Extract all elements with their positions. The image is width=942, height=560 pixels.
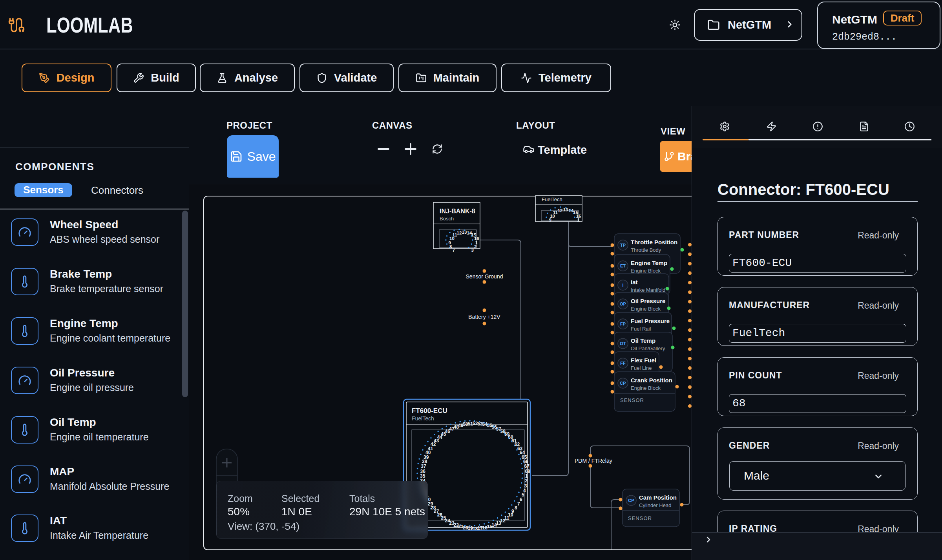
svg-text:Iat: Iat bbox=[631, 279, 638, 285]
svg-text:6: 6 bbox=[520, 497, 522, 502]
svg-text:7: 7 bbox=[517, 501, 520, 507]
svg-text:18: 18 bbox=[473, 526, 478, 531]
svg-text:8: 8 bbox=[449, 244, 452, 249]
svg-text:12: 12 bbox=[558, 208, 563, 213]
svg-text:SENSOR: SENSOR bbox=[628, 515, 652, 521]
svg-text:Cam Position: Cam Position bbox=[639, 494, 677, 501]
svg-text:8: 8 bbox=[515, 505, 517, 511]
svg-text:Throttle Position: Throttle Position bbox=[631, 239, 677, 245]
svg-text:16: 16 bbox=[576, 214, 581, 218]
svg-text:12: 12 bbox=[457, 231, 462, 235]
svg-text:15: 15 bbox=[487, 524, 493, 529]
svg-text:35: 35 bbox=[420, 473, 425, 479]
svg-text:Throttle Body: Throttle Body bbox=[631, 247, 661, 253]
svg-text:OP: OP bbox=[620, 302, 626, 306]
svg-text:Engine Block: Engine Block bbox=[631, 385, 661, 391]
svg-text:21: 21 bbox=[458, 524, 464, 529]
svg-text:36: 36 bbox=[420, 469, 426, 474]
svg-text:Oil Pan/Gallery: Oil Pan/Gallery bbox=[631, 345, 665, 351]
svg-text:TP: TP bbox=[620, 243, 626, 247]
svg-text:3: 3 bbox=[471, 248, 474, 253]
svg-text:2: 2 bbox=[474, 244, 476, 249]
svg-text:OT: OT bbox=[620, 341, 626, 346]
svg-text:Flex Fuel: Flex Fuel bbox=[631, 357, 656, 364]
svg-text:FP: FP bbox=[620, 322, 626, 326]
svg-text:Oil Temp: Oil Temp bbox=[631, 337, 655, 344]
svg-text:Fuel Rail: Fuel Rail bbox=[631, 326, 651, 332]
svg-text:16: 16 bbox=[474, 236, 479, 241]
svg-text:Cylinder Head: Cylinder Head bbox=[639, 502, 671, 508]
svg-text:17: 17 bbox=[477, 525, 483, 531]
svg-text:FuelTech: FuelTech bbox=[412, 415, 434, 422]
svg-text:ET: ET bbox=[620, 264, 626, 268]
svg-text:FF: FF bbox=[620, 361, 626, 365]
svg-text:19: 19 bbox=[468, 525, 473, 531]
svg-text:Oil Pressure: Oil Pressure bbox=[631, 298, 665, 304]
svg-text:Fuel Line: Fuel Line bbox=[631, 365, 652, 371]
svg-text:FuelTech: FuelTech bbox=[542, 196, 562, 202]
svg-text:CP: CP bbox=[620, 381, 626, 385]
svg-text:FT600-ECU: FT600-ECU bbox=[412, 407, 447, 415]
svg-text:CP: CP bbox=[628, 498, 634, 503]
svg-text:Engine Block: Engine Block bbox=[631, 268, 661, 274]
svg-text:PDM / FTRelay: PDM / FTRelay bbox=[575, 458, 612, 464]
svg-text:Engine Block: Engine Block bbox=[631, 306, 661, 312]
svg-text:37: 37 bbox=[421, 464, 426, 469]
svg-text:Battery +12V: Battery +12V bbox=[468, 314, 500, 320]
svg-text:16: 16 bbox=[482, 525, 488, 531]
svg-text:9: 9 bbox=[449, 240, 451, 245]
svg-text:INJ-BANK-8: INJ-BANK-8 bbox=[440, 208, 475, 215]
svg-text:Bosch: Bosch bbox=[440, 216, 454, 222]
svg-text:SENSOR: SENSOR bbox=[620, 397, 644, 403]
svg-text:Sensor Ground: Sensor Ground bbox=[466, 273, 503, 280]
svg-text:Engine Temp: Engine Temp bbox=[631, 260, 667, 266]
svg-text:14: 14 bbox=[491, 522, 497, 528]
svg-text:Crank Position: Crank Position bbox=[631, 377, 672, 384]
svg-text:Intake Manifold: Intake Manifold bbox=[631, 287, 665, 293]
svg-text:20: 20 bbox=[463, 525, 468, 531]
svg-text:68: 68 bbox=[525, 469, 530, 474]
svg-text:I: I bbox=[622, 283, 623, 287]
svg-text:7: 7 bbox=[453, 248, 455, 253]
svg-text:Fuel Pressure: Fuel Pressure bbox=[631, 318, 670, 324]
